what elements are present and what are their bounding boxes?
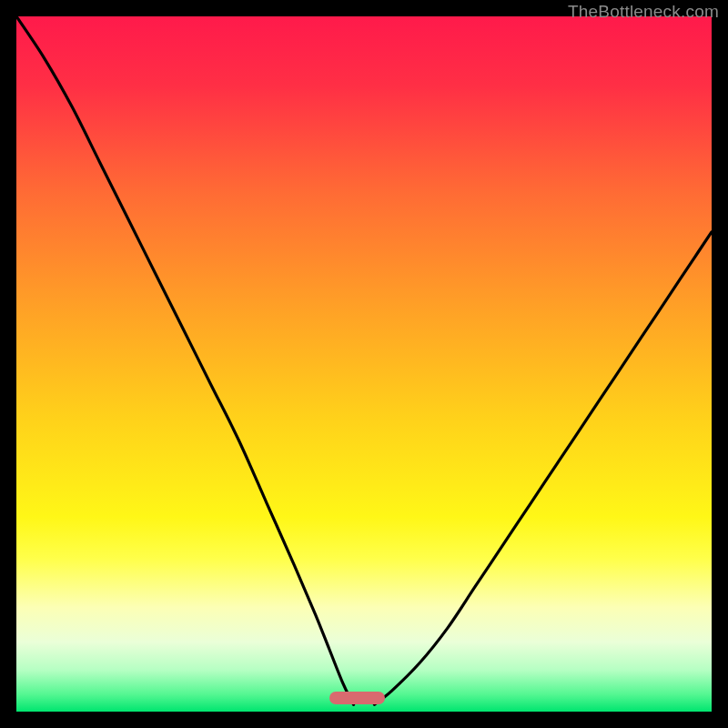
plot-area xyxy=(16,16,712,712)
optimal-range-marker xyxy=(329,692,385,704)
curve-right-branch xyxy=(374,232,712,705)
curve-left-branch xyxy=(16,16,354,704)
bottleneck-curve xyxy=(16,16,712,712)
chart-frame: TheBottleneck.com xyxy=(0,0,728,728)
watermark-text: TheBottleneck.com xyxy=(568,2,719,22)
